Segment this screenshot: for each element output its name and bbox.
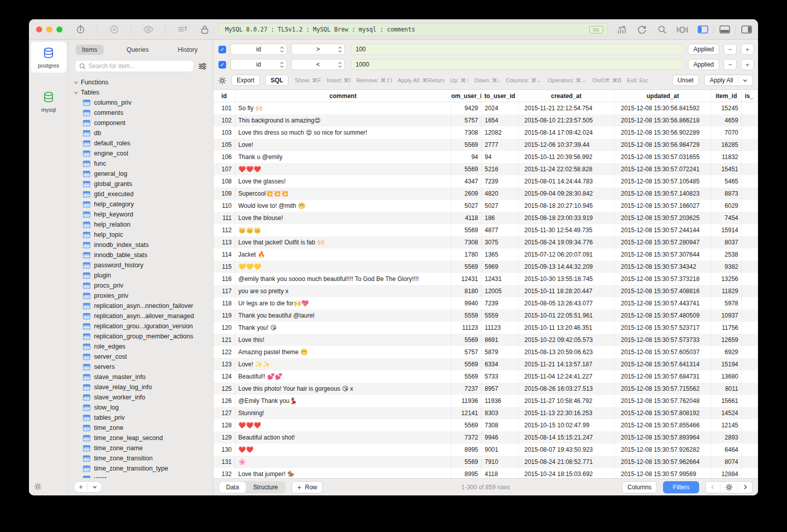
table-row[interactable]: 129Beautiful action shot!737299462015-08… (213, 431, 758, 444)
filter-enabled-checkbox[interactable]: ✓ (218, 46, 226, 53)
close-window-button[interactable] (36, 26, 42, 33)
toggle-bottom-panel-icon[interactable] (719, 24, 730, 35)
sidebar-table-item[interactable]: replication_grou...iguration_version (69, 321, 213, 331)
item-search-field[interactable] (75, 60, 194, 72)
connect-icon[interactable] (75, 24, 86, 35)
column-header-from_user_id[interactable]: from_user_id (451, 90, 482, 102)
sidebar-table-item[interactable]: db (69, 128, 213, 138)
table-row[interactable]: 127Stunning!1214183032015-11-13 22:30:16… (213, 407, 758, 419)
sidebar-table-item[interactable]: columns_priv (69, 98, 213, 108)
table-row[interactable]: 106Thank u @emily94942015-10-11 20:39:56… (213, 151, 758, 163)
table-row[interactable]: 128❤️❤️❤️556973082015-10-15 10:02:47.992… (213, 419, 758, 431)
sql-button[interactable]: SQL (265, 75, 289, 86)
table-row[interactable]: 110Would love to! @mith 😬502750272015-08… (213, 200, 758, 212)
table-row[interactable]: 103Love this dress so much 😍 so nice for… (213, 127, 758, 139)
focus-view-icon[interactable] (677, 24, 688, 35)
table-row[interactable]: 124Beautiful!! 💕💕556957332015-11-04 12:2… (213, 370, 758, 383)
table-row[interactable]: 131🌸556979102015-08-24 21:08:52.7712015-… (213, 456, 758, 468)
search-input[interactable] (88, 62, 190, 70)
tree-group-functions[interactable]: Functions (69, 77, 213, 87)
table-row[interactable]: 116@emily thank you soooo much beautiful… (213, 273, 758, 285)
sidebar-table-item[interactable]: servers (69, 362, 213, 372)
table-row[interactable]: 123Love! ✨✨556963342015-11-21 14:13:57.1… (213, 358, 758, 370)
sidebar-table-item[interactable]: time_zone_transition_type (69, 463, 213, 474)
next-page-button[interactable] (738, 482, 752, 493)
table-row[interactable]: 101So fly 🙌🏻942920242015-11-21 22:12:54.… (213, 102, 758, 114)
apply-all-button[interactable]: Apply All (704, 75, 753, 86)
toggle-right-panel-icon[interactable] (741, 24, 752, 35)
tab-data[interactable]: Data (219, 482, 246, 493)
filter-column-select[interactable]: id (230, 44, 287, 55)
column-header-to_user_id[interactable]: to_user_id (482, 90, 518, 102)
sidebar-table-item[interactable]: time_zone_leap_second (69, 433, 213, 443)
column-header-created_at[interactable]: created_at (518, 90, 615, 102)
add-filter-button[interactable]: + (741, 44, 754, 55)
preview-eye-icon[interactable] (143, 24, 154, 35)
sidebar-table-item[interactable]: default_roles (69, 138, 213, 148)
columns-button[interactable]: Columns (622, 481, 657, 493)
sidebar-table-item[interactable]: password_history (69, 260, 213, 270)
settings-gear-icon[interactable] (34, 483, 42, 490)
export-button[interactable]: Export (231, 75, 260, 86)
sidebar-table-item[interactable]: component (69, 118, 213, 128)
previous-page-button[interactable] (706, 482, 720, 493)
add-item-button[interactable]: + (74, 482, 87, 492)
tree-group-tables[interactable]: Tables (69, 87, 213, 98)
sidebar-table-item[interactable]: global_grants (69, 179, 213, 189)
column-header-id[interactable]: id (213, 90, 235, 102)
minimize-window-button[interactable] (46, 26, 52, 33)
sidebar-table-item[interactable]: tables_priv (69, 413, 213, 423)
tab-items[interactable]: Items (76, 45, 104, 55)
add-filter-button[interactable]: + (741, 59, 754, 70)
filter-value-input[interactable] (351, 44, 684, 55)
table-row[interactable]: 117you are so pretty x8180120052015-10-1… (213, 285, 758, 297)
table-row[interactable]: 115💛💛💛556959692015-09-13 14:44:32.209201… (213, 261, 758, 273)
table-row[interactable]: 130❤️❤️899590012015-08-07 19:43:50.92320… (213, 444, 758, 456)
table-row[interactable]: 111Love the blouse!41181862015-08-18 23:… (213, 212, 758, 224)
sidebar-table-item[interactable]: comments (69, 108, 213, 118)
table-row[interactable]: 132Love that jumper! 🏇899541182015-10-24… (213, 468, 758, 478)
zoom-window-button[interactable] (56, 26, 62, 33)
connection-mysql[interactable]: mysql (31, 86, 67, 117)
chart-icon[interactable] (616, 24, 627, 35)
remove-filter-button[interactable]: − (723, 44, 737, 55)
sidebar-table-item[interactable]: help_topic (69, 230, 213, 240)
tab-structure[interactable]: Structure (246, 482, 285, 493)
filter-operator-select[interactable]: > (291, 44, 345, 55)
table-row[interactable]: 121Love this!556986912015-10-22 09:42:05… (213, 334, 758, 346)
table-row[interactable]: 120Thank you! 😘11123111232015-10-11 13:2… (213, 322, 758, 334)
sidebar-table-item[interactable]: server_cost (69, 352, 213, 362)
filter-settings-gear-icon[interactable] (218, 77, 226, 84)
commit-rows-icon[interactable] (177, 24, 188, 35)
remove-filter-button[interactable]: − (723, 59, 737, 70)
sidebar-table-item[interactable]: slave_relay_log_info (69, 382, 213, 392)
sidebar-table-item[interactable]: help_relation (69, 220, 213, 230)
sidebar-table-item[interactable]: role_edges (69, 341, 213, 352)
toggle-left-panel-icon[interactable] (697, 24, 708, 35)
filter-value-input[interactable] (351, 59, 684, 70)
sidebar-table-item[interactable]: proxies_priv (69, 291, 213, 301)
tab-queries[interactable]: Queries (120, 45, 155, 55)
sidebar-table-item[interactable]: procs_priv (69, 280, 213, 291)
unset-button[interactable]: Unset (672, 75, 699, 86)
sidebar-table-item[interactable]: plugin (69, 270, 213, 280)
add-item-menu-button[interactable] (88, 482, 102, 492)
sidebar-table-item[interactable]: help_category (69, 199, 213, 209)
sidebar-table-item[interactable]: slave_master_info (69, 372, 213, 382)
table-row[interactable]: 112👑👑👑556948772015-11-30 12:54:49.735201… (213, 224, 758, 236)
filter-sliders-icon[interactable] (198, 62, 207, 70)
disconnect-icon[interactable] (109, 24, 120, 35)
sidebar-table-item[interactable]: innodb_table_stats (69, 250, 213, 260)
table-row[interactable]: 119Thank you beautiful @laurel5559555920… (213, 309, 758, 322)
applied-button[interactable]: Applied (688, 59, 719, 70)
sidebar-table-item[interactable]: general_log (69, 169, 213, 179)
table-row[interactable]: 113Love that jacket! Outfit is fab 🙌🏻730… (213, 236, 758, 248)
sidebar-table-item[interactable]: replication_asyn...ailover_managed (69, 311, 213, 321)
sidebar-table-item[interactable]: time_zone_name (69, 443, 213, 453)
table-row[interactable]: 126@Emily Thank you💃🏾11936119362015-11-2… (213, 395, 758, 407)
sidebar-table-item[interactable]: gtid_executed (69, 189, 213, 199)
filter-column-select[interactable]: id (230, 59, 287, 70)
sidebar-table-item[interactable]: time_zone (69, 423, 213, 433)
table-row[interactable]: 125Love this photo! Your hair is gorgeou… (213, 383, 758, 395)
column-header-updated_at[interactable]: updated_at (615, 90, 711, 102)
